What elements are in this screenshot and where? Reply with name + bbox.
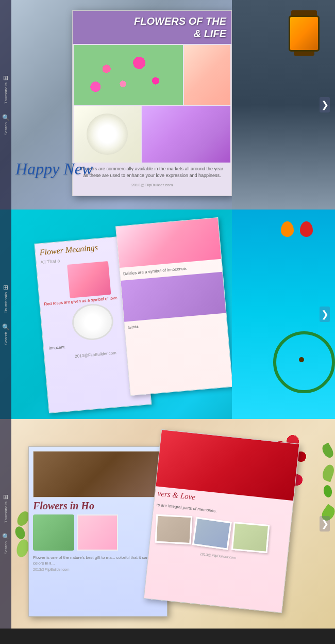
purple-flower-image <box>142 106 230 163</box>
next-page-arrow-2[interactable]: ❯ <box>320 307 330 322</box>
book3-main-title: Flowers in Ho <box>33 500 163 512</box>
photo-2 <box>192 517 232 550</box>
sidebar-search-1[interactable]: 🔍 Search <box>2 114 10 135</box>
balloon-red <box>300 221 313 237</box>
flower-basket-image <box>77 514 118 551</box>
section-2: ? Help | ⛶ Enable FullScreen | ☰ More Op… <box>0 210 335 419</box>
sidebar-thumbnails-3[interactable]: ⊞ Thumbnails <box>3 493 8 523</box>
section-3: ? Help | ⛶ Enable FullScreen | ☰ More Op… <box>0 419 335 629</box>
sidebar-search-3[interactable]: 🔍 Search <box>2 533 10 554</box>
lantern-body <box>289 15 320 52</box>
ferris-wheel <box>268 326 335 404</box>
book-top-images <box>73 44 231 106</box>
next-page-arrow-3[interactable]: ❯ <box>320 516 330 532</box>
photo-1 <box>155 514 192 545</box>
lantern <box>289 10 320 57</box>
section-1: ? Help | ⛶ Enable FullScreen | ☰ More Op… <box>0 0 335 210</box>
happy-new-text: Happy New <box>15 159 93 179</box>
grid-icon-2: ⊞ <box>3 284 8 291</box>
book-body-text-1: Flowers are commercially available in th… <box>78 166 226 179</box>
balloon-area <box>279 220 314 240</box>
sidebar-2: ⊞ Thumbnails 🔍 Search <box>0 210 11 419</box>
book-display-1: FLOWERS OF THE & LIFE Flowers are commer… <box>72 10 232 196</box>
white-lily-thumb <box>71 302 115 342</box>
book-spread-2: Flower Meanings All That a Red roses are… <box>34 217 235 419</box>
book-footer-1: 2013@FlipBuilder.com <box>73 182 231 188</box>
right-leaf-2 <box>321 463 335 482</box>
search-icon-2: 🔍 <box>2 324 10 331</box>
room-image-top <box>33 451 163 497</box>
white-rose-image <box>74 106 141 163</box>
book-bottom-images <box>73 106 231 163</box>
lantern-bottom <box>294 52 314 56</box>
balloon-orange <box>281 221 294 237</box>
book-title-1: FLOWERS OF THE & LIFE <box>78 15 226 40</box>
search-icon-1: 🔍 <box>2 114 10 121</box>
right-leaf-1 <box>320 442 335 459</box>
sidebar-thumbnails-2[interactable]: ⊞ Thumbnails <box>3 284 8 313</box>
lantern-top <box>291 10 317 15</box>
search-icon-3: 🔍 <box>2 533 10 540</box>
book-page-right-3: vers & Love rs are integral parts of mem… <box>143 429 299 613</box>
right-top-flower-image <box>116 218 221 268</box>
book-display-2: Flower Meanings All That a Red roses are… <box>41 225 227 416</box>
pink-flowers-decoration <box>74 45 183 105</box>
sidebar-1: ⊞ Thumbnails 🔍 Search <box>0 0 11 210</box>
white-rose <box>87 114 128 155</box>
right-leaf-3 <box>323 485 333 498</box>
pink-roses-thumb <box>67 261 111 298</box>
grid-icon-1: ⊞ <box>3 74 8 82</box>
ferris-hub <box>299 357 304 362</box>
book-display-3: Flowers in Ho Flower is one of the natur… <box>28 433 296 622</box>
sidebar-thumbnails-1[interactable]: ⊞ Thumbnails <box>3 74 8 104</box>
photo-3 <box>231 522 270 553</box>
book-page-right-2: Daisies are a symbol of innocence. faith… <box>115 217 233 396</box>
next-page-arrow-1[interactable]: ❯ <box>320 97 330 112</box>
sidebar-3: ⊞ Thumbnails 🔍 Search <box>0 419 11 629</box>
grid-icon-3: ⊞ <box>3 493 8 501</box>
flower-pink-image <box>74 45 183 105</box>
book-page-1: FLOWERS OF THE & LIFE Flowers are commer… <box>72 10 232 196</box>
book-title-area-1: FLOWERS OF THE & LIFE <box>73 11 231 44</box>
book3-footer-left: Flower is one of the nature's best gift … <box>33 555 163 566</box>
ferris-circle <box>273 331 335 393</box>
flowers-vase-image <box>33 514 74 551</box>
leaf-2 <box>13 525 26 541</box>
book3-footer-copyright: 2013@FlipBuilder.com <box>33 568 163 571</box>
flower-peach-image <box>184 45 230 105</box>
hydrangea-thumb <box>121 272 226 322</box>
sidebar-search-2[interactable]: 🔍 Search <box>2 324 10 345</box>
book-text-area-1: Flowers are commercially available in th… <box>73 163 231 182</box>
